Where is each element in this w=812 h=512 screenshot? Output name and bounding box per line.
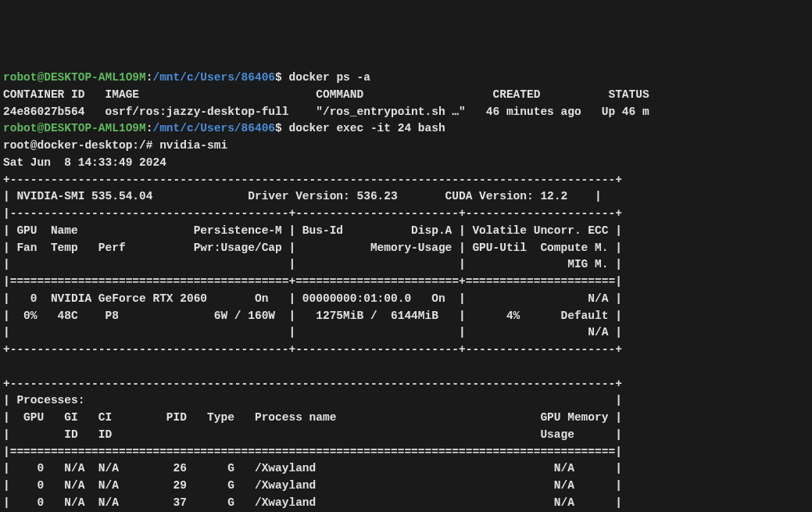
command-text: docker exec -it 24 bash	[288, 122, 445, 134]
col-header: | GPU Name Persistence-M | Bus-Id Disp.A…	[3, 224, 622, 237]
docker-ps-row: 24e86027b564 osrf/ros:jazzy-desktop-full…	[3, 106, 649, 118]
blank-line	[3, 360, 622, 373]
sep: |---------------------------------------…	[3, 207, 622, 220]
proc-row: | 0 N/A N/A 29 G /Xwayland N/A |	[3, 479, 622, 492]
prompt-user: robot@DESKTOP-AML1O9M	[3, 122, 146, 134]
gpu-row: | 0% 48C P8 6W / 160W | 1275MiB / 6144Mi…	[3, 310, 622, 322]
command-text: nvidia-smi	[159, 139, 227, 152]
proc-col: | ID ID Usage |	[3, 428, 622, 441]
col-header: | Fan Temp Perf Pwr:Usage/Cap | Memory-U…	[3, 242, 622, 254]
border: +---------------------------------------…	[3, 174, 622, 186]
prompt-path: /mnt/c/Users/86406	[152, 71, 275, 84]
root-prompt: root@docker-desktop:/#	[3, 139, 152, 152]
proc-row: | 0 N/A N/A 37 G /Xwayland N/A |	[3, 496, 622, 509]
command-text: docker ps -a	[288, 71, 370, 84]
terminal-output[interactable]: robot@DESKTOP-AML1O9M:/mnt/c/Users/86406…	[3, 70, 809, 512]
prompt-sigil: $	[275, 122, 282, 134]
proc-col: | GPU GI CI PID Type Process name GPU Me…	[3, 411, 622, 424]
prompt-sigil: $	[275, 71, 282, 84]
col-header: | | | MIG M. |	[3, 258, 622, 270]
border: +---------------------------------------…	[3, 378, 622, 390]
prompt-user: robot@DESKTOP-AML1O9M	[3, 71, 146, 84]
gpu-row: | | | N/A |	[3, 326, 622, 338]
border: +---------------------------------------…	[3, 343, 622, 356]
proc-row: | 0 N/A N/A 26 G /Xwayland N/A |	[3, 462, 622, 474]
smi-header: | NVIDIA-SMI 535.54.04 Driver Version: 5…	[3, 190, 602, 202]
docker-ps-header: CONTAINER ID IMAGE COMMAND CREATED STATU…	[3, 88, 649, 101]
date-line: Sat Jun 8 14:33:49 2024	[3, 156, 166, 169]
sep: |=======================================…	[3, 446, 622, 458]
gpu-row: | 0 NVIDIA GeForce RTX 2060 On | 0000000…	[3, 292, 622, 305]
sep: |=======================================…	[3, 275, 622, 288]
prompt-path: /mnt/c/Users/86406	[152, 122, 275, 134]
proc-header: | Processes: |	[3, 394, 622, 406]
